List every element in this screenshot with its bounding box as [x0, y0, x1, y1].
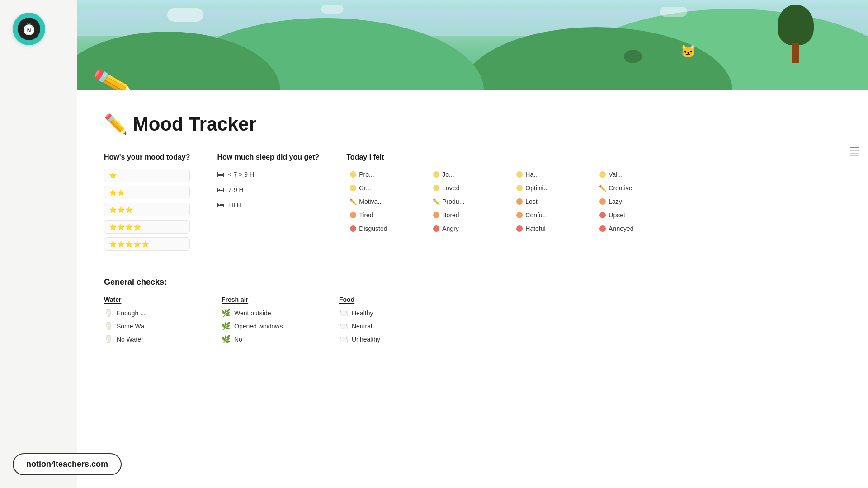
water-col: Water 🥛 Enough ... 🥛 Some Wa... 🥛 No Wat… — [104, 296, 185, 348]
sleep-option-7to9[interactable]: 🛏 7-9 H — [217, 184, 319, 196]
mood-dot-disgusted — [350, 225, 356, 232]
food-neutral-label: Neutral — [352, 323, 372, 330]
mood-label-grateful: Gr... — [359, 184, 371, 192]
mood-creative[interactable]: ✏️ Creative — [596, 182, 668, 194]
mood-upset[interactable]: Upset — [596, 209, 668, 221]
scroll-line-3 — [850, 150, 859, 151]
star-option-3[interactable]: ⭐⭐⭐ — [104, 203, 190, 216]
main-content: 🐱 ✏️ ✏️ Mood Tracker How's your mood tod… — [77, 0, 868, 488]
mood-dot-confused — [516, 212, 523, 218]
tree-top — [778, 5, 814, 45]
freshair-col-title: Fresh air — [222, 296, 303, 303]
mood-motivated[interactable]: ✏️ Motiva... — [346, 196, 419, 207]
bush — [624, 50, 642, 63]
food-healthy-label: Healthy — [352, 310, 373, 317]
freshair-windows[interactable]: 🌿 Opened windows — [222, 322, 303, 330]
mood-rating-title: How's your mood today? — [104, 153, 190, 161]
water-some-icon: 🥛 — [104, 322, 113, 330]
mood-label-joyful: Jo... — [442, 171, 454, 178]
mood-label-loved: Loved — [442, 184, 459, 192]
section-divider — [104, 268, 841, 268]
mood-lost[interactable]: Lost — [513, 196, 585, 207]
mood-disgusted[interactable]: Disgusted — [346, 223, 419, 235]
mood-grid: Pro... Jo... Ha... Val... — [346, 169, 841, 235]
mood-dot-annoyed — [599, 225, 606, 232]
mood-confused[interactable]: Confu... — [513, 209, 585, 221]
mood-productive[interactable]: ✏️ Produ... — [429, 196, 502, 207]
water-col-title: Water — [104, 296, 185, 303]
mood-dot-grateful — [350, 185, 356, 191]
mood-dot-bored — [433, 212, 439, 218]
sleep-option-less7[interactable]: 🛏 < 7 > 9 H — [217, 169, 319, 180]
mood-label-tired: Tired — [359, 211, 373, 219]
star-option-1[interactable]: ⭐ — [104, 169, 190, 182]
mood-loved[interactable]: Loved — [429, 182, 502, 194]
mood-optimistic[interactable]: Optimi... — [513, 182, 585, 194]
mood-hateful[interactable]: Hateful — [513, 223, 585, 235]
mood-label-bored: Bored — [442, 211, 459, 219]
mood-dot-tired — [350, 212, 356, 218]
mood-proud[interactable]: Pro... — [346, 169, 419, 180]
food-healthy[interactable]: 🍽️ Healthy — [339, 309, 420, 317]
mood-angry[interactable]: Angry — [429, 223, 502, 235]
water-none[interactable]: 🥛 No Water — [104, 335, 185, 343]
freshair-outside[interactable]: 🌿 Went outside — [222, 309, 303, 317]
food-unhealthy[interactable]: 🍽️ Unhealthy — [339, 335, 420, 343]
freshair-outside-label: Went outside — [234, 310, 271, 317]
logo[interactable]: N — [13, 13, 45, 45]
mood-validated[interactable]: Val... — [596, 169, 668, 180]
food-unhealthy-icon: 🍽️ — [339, 335, 348, 343]
cloud-3 — [660, 7, 687, 17]
freshair-outside-icon: 🌿 — [222, 309, 231, 317]
mood-dot-happy — [516, 171, 523, 178]
food-unhealthy-label: Unhealthy — [352, 336, 380, 343]
mood-dot-loved — [433, 185, 439, 191]
content-area: How's your mood today? ⭐ ⭐⭐ ⭐⭐⭐ ⭐⭐⭐⭐ ⭐⭐⭐… — [77, 144, 868, 366]
svg-text:N: N — [27, 27, 31, 33]
freshair-windows-label: Opened windows — [234, 323, 283, 330]
mood-happy[interactable]: Ha... — [513, 169, 585, 180]
footer-badge[interactable]: notion4teachers.com — [13, 453, 122, 475]
freshair-no-icon: 🌿 — [222, 335, 231, 343]
star-option-5[interactable]: ⭐⭐⭐⭐⭐ — [104, 237, 190, 251]
star-option-4[interactable]: ⭐⭐⭐⭐ — [104, 220, 190, 234]
mood-tired[interactable]: Tired — [346, 209, 419, 221]
water-some-label: Some Wa... — [117, 323, 150, 330]
mood-label-happy: Ha... — [525, 171, 539, 178]
mood-label-validated: Val... — [609, 171, 623, 178]
mood-label-creative: Creative — [609, 184, 632, 192]
mood-dot-lost — [516, 198, 523, 205]
today-felt-title: Today I felt — [346, 153, 841, 161]
water-none-icon: 🥛 — [104, 335, 113, 343]
sleep-option-more8[interactable]: 🛏 ±8 H — [217, 199, 319, 211]
water-some[interactable]: 🥛 Some Wa... — [104, 322, 185, 330]
mood-annoyed[interactable]: Annoyed — [596, 223, 668, 235]
sleep-label-1: < 7 > 9 H — [228, 171, 254, 178]
mood-label-confused: Confu... — [525, 211, 547, 219]
mood-label-proud: Pro... — [359, 171, 374, 178]
mood-grateful[interactable]: Gr... — [346, 182, 419, 194]
sleep-label-2: 7-9 H — [228, 186, 243, 193]
freshair-no[interactable]: 🌿 No — [222, 335, 303, 343]
mood-label-annoyed: Annoyed — [609, 225, 633, 232]
mood-label-lost: Lost — [525, 198, 537, 205]
water-enough-label: Enough ... — [117, 310, 146, 317]
mood-joyful[interactable]: Jo... — [429, 169, 502, 180]
mood-bored[interactable]: Bored — [429, 209, 502, 221]
mood-lazy[interactable]: Lazy — [596, 196, 668, 207]
mood-dot-validated — [599, 171, 606, 178]
page-title: ✏️ Mood Tracker — [104, 113, 841, 135]
mood-dot-productive: ✏️ — [433, 198, 439, 205]
freshair-col: Fresh air 🌿 Went outside 🌿 Opened window… — [222, 296, 303, 348]
food-neutral[interactable]: 🍽️ Neutral — [339, 322, 420, 330]
water-enough[interactable]: 🥛 Enough ... — [104, 309, 185, 317]
mood-dot-lazy — [599, 198, 606, 205]
sleep-icon-2: 🛏 — [217, 186, 224, 194]
mood-label-hateful: Hateful — [525, 225, 545, 232]
star-option-2[interactable]: ⭐⭐ — [104, 186, 190, 199]
logo-inner: N — [18, 18, 40, 40]
sleep-block: How much sleep did you get? 🛏 < 7 > 9 H … — [217, 153, 319, 215]
page-title-area: ✏️ Mood Tracker — [77, 90, 868, 144]
sleep-title: How much sleep did you get? — [217, 153, 319, 161]
stars-5: ⭐⭐⭐⭐⭐ — [109, 240, 150, 248]
